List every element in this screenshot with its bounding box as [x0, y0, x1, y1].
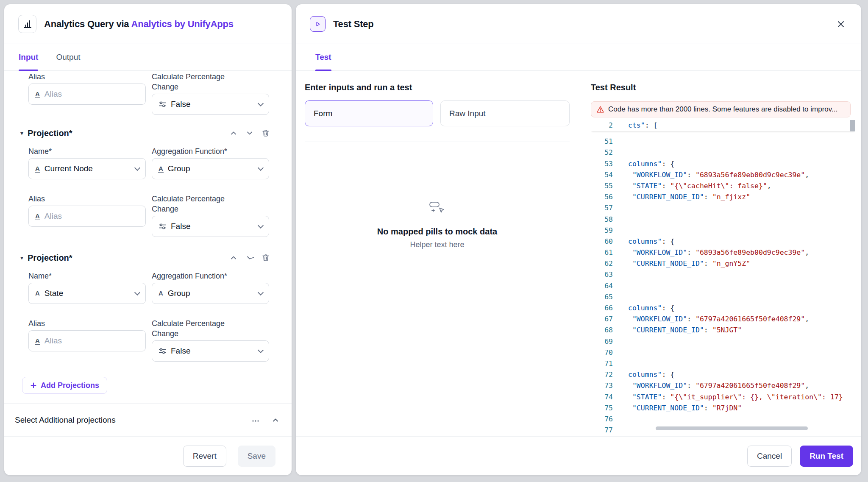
code-line: 61 "WORKFLOW_ID": "6893a56fe89eb00d9c9ec… — [591, 247, 855, 258]
editor-warning-banner: Code has more than 2000 lines. Some feat… — [591, 101, 851, 117]
line-number: 68 — [591, 325, 613, 336]
code-line: 69 — [591, 336, 855, 347]
code-editor[interactable]: 2cts": [ 515253columns": {54 "WORKFLOW_I… — [591, 120, 855, 433]
test-step-body: Enter inputs and run a test Form Raw Inp… — [296, 71, 861, 436]
trash-icon — [262, 129, 270, 137]
tab-test[interactable]: Test — [315, 44, 331, 70]
name-value: Current Node — [45, 164, 131, 173]
alias-input-wrap: A — [28, 84, 146, 105]
add-projections-button[interactable]: Add Projections — [22, 377, 107, 394]
line-number: 51 — [591, 136, 613, 147]
code-line: 55 "STATE": "{\"cacheHit\": false}", — [591, 181, 855, 192]
select-additional-projections-label: Select Additional projections — [15, 415, 116, 425]
close-button[interactable] — [835, 18, 847, 31]
calc-pct-label: Calculate Percentage Change — [152, 194, 241, 214]
projection-row-name: Name* A State Aggregation Function* A Gr… — [28, 271, 292, 304]
test-result-column: Test Result Code has more than 2000 line… — [591, 71, 855, 436]
code-lines: 515253columns": {54 "WORKFLOW_ID": "6893… — [591, 136, 855, 433]
page-title-brand: Analytics by UnifyApps — [131, 19, 234, 29]
collapse-section-button[interactable] — [271, 416, 280, 424]
code-line: 68 "CURRENT_NODE_ID": "5NJGT" — [591, 325, 855, 336]
code-line: 58 — [591, 214, 855, 225]
alias-input-wrap: A — [28, 330, 146, 351]
name-select[interactable]: A State — [28, 283, 146, 304]
line-number: 61 — [591, 247, 613, 258]
run-test-button[interactable]: Run Test — [800, 446, 853, 467]
page-title: Analytics Query via Analytics by UnifyAp… — [44, 19, 234, 30]
horizontal-scrollbar-thumb[interactable] — [656, 426, 808, 430]
test-inputs-column: Enter inputs and run a test Form Raw Inp… — [305, 71, 570, 436]
revert-button[interactable]: Revert — [183, 446, 226, 467]
code-line: 76 — [591, 414, 855, 425]
line-number: 53 — [591, 159, 613, 170]
save-button[interactable]: Save — [238, 446, 275, 467]
more-options-button[interactable] — [251, 415, 260, 425]
text-type-icon: A — [35, 213, 40, 220]
alias-label: Alias — [28, 194, 146, 204]
code-line: 74 "STATE": "{\"it_supplier\": {}, \"ite… — [591, 392, 855, 403]
alias-input[interactable] — [45, 336, 139, 345]
text-type-icon: A — [158, 165, 164, 173]
play-icon — [310, 16, 326, 32]
calc-pct-select[interactable]: False — [152, 340, 269, 362]
test-inputs-heading: Enter inputs and run a test — [305, 83, 570, 92]
query-config-panel: Analytics Query via Analytics by UnifyAp… — [4, 4, 292, 475]
move-down-button[interactable] — [245, 254, 254, 262]
projection-row-alias: Alias A Calculate Percentage Change Fals… — [28, 194, 292, 237]
line-number: 77 — [591, 425, 613, 433]
collapse-triangle-icon[interactable]: ▾ — [20, 130, 23, 137]
name-label: Name* — [28, 271, 146, 281]
alias-input[interactable] — [45, 89, 139, 99]
name-select[interactable]: A Current Node — [28, 158, 146, 179]
projection-section-header: ▾ Projection* — [20, 128, 270, 139]
delete-projection-button[interactable] — [262, 254, 270, 262]
agg-fn-label: Aggregation Function* — [152, 271, 269, 281]
line-number: 69 — [591, 336, 613, 347]
code-line: 57 — [591, 203, 855, 214]
code-line: 71 — [591, 358, 855, 369]
line-number: 63 — [591, 269, 613, 280]
delete-projection-button[interactable] — [262, 129, 270, 137]
move-up-button[interactable] — [229, 254, 238, 262]
code-line: 65 — [591, 292, 855, 303]
tab-output[interactable]: Output — [56, 44, 80, 70]
code-line: 2cts": [ — [591, 120, 855, 131]
agg-fn-select[interactable]: A Group — [152, 158, 269, 179]
alias-input[interactable] — [45, 212, 139, 221]
line-number: 58 — [591, 214, 613, 225]
chevron-down-icon — [258, 222, 264, 228]
line-number: 57 — [591, 203, 613, 214]
empty-state-title: No mapped pills to mock data — [305, 227, 570, 237]
line-number: 65 — [591, 292, 613, 303]
name-label: Name* — [28, 146, 146, 156]
input-form-scroll[interactable]: Alias A Calculate Percentage Change Fals… — [4, 71, 292, 403]
test-step-footer: Cancel Run Test — [296, 436, 861, 475]
divider — [305, 142, 570, 142]
raw-input-toggle-button[interactable]: Raw Input — [440, 100, 570, 126]
test-step-title: Test Step — [333, 19, 374, 30]
vertical-scrollbar-thumb[interactable] — [850, 120, 855, 131]
code-line: 54 "WORKFLOW_ID": "6893a56fe89eb00d9c9ec… — [591, 170, 855, 181]
collapse-triangle-icon[interactable]: ▾ — [20, 254, 23, 261]
agg-fn-select[interactable]: A Group — [152, 283, 269, 304]
move-down-button[interactable] — [245, 129, 254, 137]
tab-input[interactable]: Input — [19, 44, 38, 70]
line-number: 62 — [591, 258, 613, 269]
alias-label: Alias — [28, 72, 146, 82]
move-up-button[interactable] — [229, 129, 238, 137]
calc-pct-select[interactable]: False — [152, 216, 269, 237]
code-line: 60columns": { — [591, 236, 855, 247]
code-line: 62 "CURRENT_NODE_ID": "n_gnY5Z" — [591, 258, 855, 269]
left-panel-header: Analytics Query via Analytics by UnifyAp… — [4, 4, 292, 44]
form-toggle-button[interactable]: Form — [305, 100, 433, 126]
sliders-icon — [158, 347, 167, 355]
more-dots-icon — [251, 415, 260, 425]
cancel-button[interactable]: Cancel — [747, 446, 792, 467]
code-line: 70 — [591, 347, 855, 358]
projection-section-header: ▾ Projection* — [20, 252, 270, 263]
agg-fn-label: Aggregation Function* — [152, 146, 269, 156]
line-number: 55 — [591, 181, 613, 192]
projection-title: Projection* — [28, 253, 72, 263]
calc-pct-select[interactable]: False — [152, 94, 269, 115]
select-additional-projections-row[interactable]: Select Additional projections — [4, 403, 292, 436]
